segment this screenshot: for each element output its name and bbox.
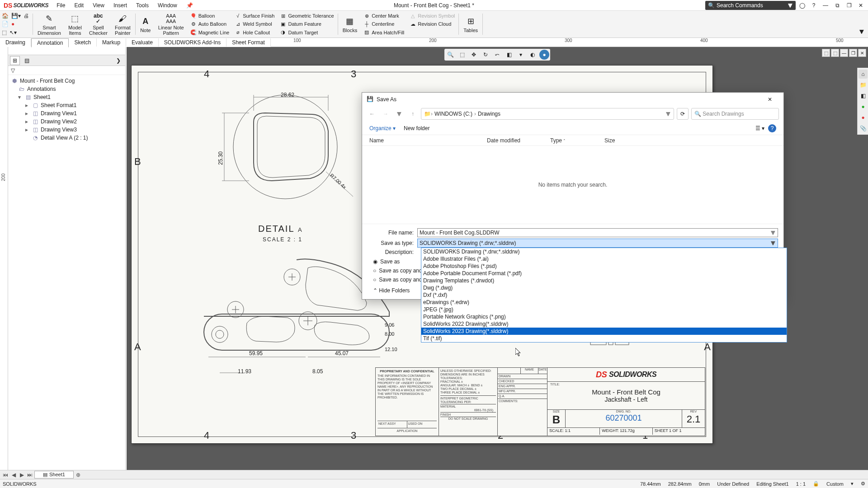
- blocks[interactable]: ▦Blocks: [339, 12, 361, 37]
- sheet-nav-prev[interactable]: ◀: [10, 472, 17, 478]
- arrow-icon[interactable]: ↖▾: [9, 29, 17, 36]
- col-name[interactable]: Name: [369, 137, 487, 144]
- save-icon[interactable]: 💾▾: [11, 13, 21, 19]
- sheet-nav-next[interactable]: ▶: [18, 472, 25, 478]
- refresh-button[interactable]: ⟳: [677, 108, 689, 120]
- add-sheet-icon[interactable]: ⊕: [75, 472, 82, 478]
- filename-input[interactable]: Mount - Front Belt Cog.SLDDRW⯆: [417, 228, 778, 237]
- center-mark[interactable]: ⊕Center Mark: [361, 12, 407, 20]
- panel-expand-icon[interactable]: ❯: [113, 56, 123, 65]
- help-icon[interactable]: ?: [808, 1, 819, 10]
- breadcrumb[interactable]: 📁 › WINDOWS (C:) › Drawings ⯆: [421, 108, 674, 120]
- help-icon[interactable]: ?: [768, 124, 776, 132]
- col-date[interactable]: Date modified: [487, 137, 550, 144]
- rail-clip-icon[interactable]: 📎: [859, 124, 868, 133]
- magnetic-line[interactable]: 🧲Magnetic Line: [188, 28, 232, 37]
- balloon[interactable]: 🎈Balloon: [188, 12, 232, 20]
- smart-dimension[interactable]: ✎Smart Dimension: [34, 12, 65, 37]
- status-settings-icon[interactable]: ⚙: [861, 481, 865, 487]
- ribbon-collapse-icon[interactable]: ⯆: [857, 12, 866, 37]
- feature-tree-tab-icon[interactable]: ⊞: [10, 56, 20, 65]
- view-max[interactable]: ❐: [849, 49, 857, 57]
- type-opt-12[interactable]: Tif (*.tif): [421, 335, 787, 342]
- savetype-combo[interactable]: SOLIDWORKS Drawing (*.drw;*.slddrw)⯆: [417, 239, 778, 248]
- tree-sheetformat[interactable]: ▸▢Sheet Format1: [11, 101, 123, 109]
- new-folder-button[interactable]: New folder: [404, 125, 429, 131]
- view-close[interactable]: ✕: [858, 49, 866, 57]
- type-opt-3[interactable]: Adobe Portable Document Format (*.pdf): [421, 270, 787, 277]
- search-drawings[interactable]: 🔍 Search Drawings: [691, 108, 779, 120]
- tree-root[interactable]: ⬢Mount - Front Belt Cog: [11, 77, 123, 85]
- shade-icon[interactable]: ◐: [528, 50, 538, 60]
- rail-search-icon[interactable]: ●: [859, 113, 868, 122]
- linear-note-pattern[interactable]: AAAAAALinear Note Pattern: [155, 12, 188, 37]
- nav-up-icon[interactable]: ↑: [407, 108, 418, 119]
- tables[interactable]: ⊞Tables: [460, 12, 481, 37]
- view-mode-icon[interactable]: ☰ ▾: [755, 125, 764, 131]
- print-icon[interactable]: 🖨: [24, 13, 29, 19]
- menu-window[interactable]: Window: [153, 2, 182, 9]
- type-opt-5[interactable]: Dwg (*.dwg): [421, 284, 787, 291]
- nav-fwd-icon[interactable]: →: [380, 108, 391, 119]
- area-hatch[interactable]: ▨Area Hatch/Fill: [361, 28, 407, 37]
- search-dropdown-icon[interactable]: ⯆: [788, 2, 793, 9]
- filter-icon[interactable]: ▽: [8, 66, 125, 75]
- status-units[interactable]: Custom: [826, 481, 844, 487]
- tab-sheet-format[interactable]: Sheet Format: [226, 38, 271, 47]
- tree-view1[interactable]: ▸◫Drawing View1: [11, 109, 123, 117]
- geometric-tolerance[interactable]: ⊞Geometric Tolerance: [277, 12, 336, 20]
- datum-target[interactable]: ◑Datum Target: [277, 28, 336, 37]
- surface-finish[interactable]: √Surface Finish: [232, 12, 277, 20]
- menu-tools[interactable]: Tools: [132, 2, 153, 9]
- menu-view[interactable]: View: [88, 2, 109, 9]
- tab-sketch[interactable]: Sketch: [69, 38, 97, 47]
- type-opt-10[interactable]: SolidWorks 2022 Drawing(*.slddrw): [421, 320, 787, 328]
- select-icon[interactable]: ⬚: [2, 29, 7, 36]
- rail-view-icon[interactable]: ◧: [859, 91, 868, 100]
- close-button[interactable]: ✕: [855, 1, 866, 10]
- dialog-close-button[interactable]: ✕: [761, 93, 779, 106]
- col-type[interactable]: Type ˄: [550, 137, 604, 144]
- view-min[interactable]: —: [840, 49, 848, 57]
- breadcrumb-folder[interactable]: Drawings: [476, 111, 502, 117]
- tab-addins[interactable]: SOLIDWORKS Add-Ins: [159, 38, 226, 47]
- tree-view2[interactable]: ▸◫Drawing View2: [11, 117, 123, 126]
- hide-folders-button[interactable]: ⌃ Hide Folders: [373, 287, 410, 294]
- tree-detail-a[interactable]: ◔Detail View A (2 : 1): [11, 134, 123, 142]
- tab-annotation[interactable]: Annotation: [31, 38, 69, 47]
- tree-sheet[interactable]: ▾▤Sheet1: [11, 93, 123, 101]
- tab-markup[interactable]: Markup: [97, 38, 126, 47]
- section-icon[interactable]: ◧: [504, 50, 514, 60]
- sheet-nav-last[interactable]: ⏭: [26, 472, 33, 478]
- status-ratio[interactable]: 1 : 1: [796, 481, 806, 487]
- zoom-area-icon[interactable]: ⬚: [457, 50, 467, 60]
- model-items[interactable]: ⬚Model Items: [65, 12, 85, 37]
- tab-evaluate[interactable]: Evaluate: [126, 38, 159, 47]
- hole-callout[interactable]: ⌀Hole Callout: [232, 28, 277, 37]
- menu-insert[interactable]: Insert: [109, 2, 132, 9]
- undo-icon[interactable]: ●: [11, 21, 14, 27]
- type-opt-6[interactable]: Dxf (*.dxf): [421, 291, 787, 299]
- zoom-fit-icon[interactable]: 🔍: [445, 50, 455, 60]
- rail-green-icon[interactable]: ●: [859, 102, 868, 111]
- type-opt-1[interactable]: Adobe Illustrator Files (*.ai): [421, 255, 787, 263]
- property-tab-icon[interactable]: ▤: [22, 56, 32, 65]
- prev-view-icon[interactable]: ⤺: [492, 50, 502, 60]
- weld-symbol[interactable]: ⊿Weld Symbol: [232, 20, 277, 28]
- breadcrumb-drive[interactable]: WINDOWS (C:): [433, 111, 474, 117]
- spell-checker[interactable]: abc✓Spell Checker: [85, 12, 111, 37]
- rail-resources-icon[interactable]: 📁: [859, 80, 868, 89]
- revision-cloud[interactable]: ☁Revision Cloud: [407, 20, 458, 28]
- search-commands[interactable]: 🔍 Search Commands ⯆: [705, 1, 796, 10]
- organize-button[interactable]: Organize ▾: [369, 125, 396, 131]
- user-icon[interactable]: ◯: [797, 1, 807, 10]
- new-icon[interactable]: 🏠: [2, 13, 9, 19]
- status-lock-icon[interactable]: 🔒: [813, 481, 819, 487]
- rail-home-icon[interactable]: ⌂: [859, 70, 868, 79]
- view-btn-1[interactable]: ⬚: [822, 49, 830, 57]
- sheet-nav-first[interactable]: ⏮: [2, 472, 9, 478]
- tree-view3[interactable]: ▸◫Drawing View3: [11, 126, 123, 134]
- minimize-button[interactable]: —: [820, 1, 831, 10]
- auto-balloon[interactable]: ⚙Auto Balloon: [188, 20, 232, 28]
- sheet-tab-1[interactable]: ▤Sheet1: [34, 471, 74, 479]
